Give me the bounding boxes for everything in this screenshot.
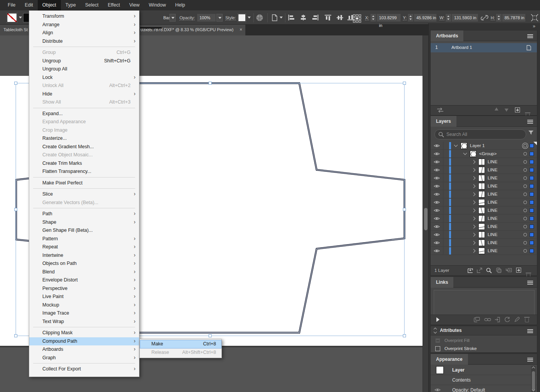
menu-item[interactable]: Shape ›: [29, 218, 139, 227]
line-thumbnail[interactable]: [478, 215, 485, 222]
layer-name[interactable]: Layer 1: [470, 143, 485, 148]
layer-color-swatch[interactable]: [436, 366, 444, 374]
expand-chevron-icon[interactable]: [472, 241, 476, 245]
visibility-eye-icon[interactable]: [434, 200, 440, 204]
target-indicator[interactable]: [523, 209, 527, 212]
attributes-title[interactable]: Attributes: [440, 328, 462, 333]
menu-item[interactable]: Crop Image: [29, 126, 139, 135]
menu-item[interactable]: Lock ›: [29, 74, 139, 82]
menu-item[interactable]: Live Paint ›: [29, 293, 139, 301]
new-artboard-icon[interactable]: [515, 107, 520, 112]
selection-square[interactable]: [530, 168, 534, 172]
update-link-icon[interactable]: [505, 317, 510, 322]
tab-links[interactable]: Links: [431, 277, 453, 288]
selection-square[interactable]: [530, 241, 534, 245]
artboard-page-icon[interactable]: [526, 45, 532, 51]
line-thumbnail[interactable]: [478, 207, 485, 214]
layer-row-line[interactable]: LINE: [431, 206, 537, 214]
line-name[interactable]: LINE: [488, 176, 498, 180]
relink-icon[interactable]: [484, 318, 491, 321]
reference-point-icon[interactable]: [353, 14, 361, 23]
target-indicator[interactable]: [523, 225, 527, 228]
visibility-eye-icon[interactable]: [434, 233, 440, 237]
stroke-style-chevron-icon[interactable]: [169, 14, 176, 22]
w-stepper[interactable]: [446, 14, 451, 22]
layer-row-line[interactable]: LINE: [431, 214, 537, 223]
artboard-row[interactable]: 1 Artboard 1: [431, 43, 537, 52]
selection-square[interactable]: [530, 160, 534, 164]
selection-square[interactable]: [530, 152, 534, 156]
menu-item[interactable]: Expand...: [29, 110, 139, 118]
align-top-icon[interactable]: [325, 15, 331, 20]
selection-square[interactable]: [530, 216, 534, 221]
visibility-eye-icon[interactable]: [434, 184, 440, 188]
line-thumbnail[interactable]: [478, 231, 485, 238]
line-name[interactable]: LINE: [488, 208, 498, 213]
target-indicator[interactable]: [523, 193, 527, 196]
appearance-scrollbar[interactable]: [531, 366, 536, 392]
constrain-proportions-broken-link-icon[interactable]: [481, 15, 488, 21]
group-name[interactable]: <Group>: [479, 151, 496, 156]
target-indicator[interactable]: [523, 152, 527, 156]
menu-item[interactable]: Blend ›: [29, 268, 139, 276]
expand-chevron-icon[interactable]: [472, 184, 476, 188]
go-to-link-icon[interactable]: [495, 317, 500, 322]
menu-item[interactable]: Perspective ›: [29, 285, 139, 293]
delete-link-icon[interactable]: [525, 318, 529, 322]
line-name[interactable]: LINE: [488, 216, 498, 221]
align-center-h-icon[interactable]: [300, 15, 307, 20]
stroke-swatch[interactable]: [23, 13, 29, 22]
appearance-row-contents[interactable]: Contents: [431, 375, 537, 385]
visibility-eye-icon[interactable]: [434, 241, 440, 245]
line-thumbnail[interactable]: [478, 191, 485, 198]
line-name[interactable]: LINE: [488, 192, 498, 196]
tab-close-icon[interactable]: ×: [240, 27, 242, 32]
line-name[interactable]: LINE: [488, 224, 498, 229]
menu-item[interactable]: Slice ›: [29, 190, 139, 199]
relink-from-library-icon[interactable]: [474, 317, 480, 322]
layer-row-line[interactable]: LINE: [431, 158, 537, 166]
links-panel-menu-icon[interactable]: [527, 281, 533, 281]
artboards-panel-menu-icon[interactable]: [527, 34, 533, 35]
x-stepper[interactable]: [371, 14, 376, 22]
menu-item[interactable]: [33, 326, 135, 327]
collect-for-export-icon[interactable]: [467, 268, 473, 273]
document-setup-chevron-icon[interactable]: [280, 17, 283, 18]
menu-item[interactable]: Create Trim Marks: [29, 159, 139, 168]
x-field[interactable]: 103.8299 in: [377, 14, 401, 22]
target-indicator[interactable]: [523, 168, 527, 172]
target-indicator[interactable]: [523, 144, 527, 147]
submenu-item[interactable]: Release Alt+Shift+Ctrl+8: [140, 348, 221, 357]
line-name[interactable]: LINE: [488, 240, 498, 245]
expand-chevron-icon[interactable]: [472, 217, 476, 221]
layer-row-line[interactable]: LINE: [431, 223, 537, 231]
style-swatch[interactable]: [238, 14, 246, 22]
menu-item[interactable]: Align ›: [29, 29, 139, 37]
expand-chevron-icon[interactable]: [472, 201, 476, 204]
new-sublayer-icon[interactable]: [506, 268, 512, 273]
menu-item[interactable]: Mockup ›: [29, 301, 139, 310]
layer-row-layer1[interactable]: Layer 1: [431, 142, 537, 150]
h-field[interactable]: 85.7878 in: [502, 14, 525, 22]
make-clipping-mask-icon[interactable]: [496, 268, 501, 273]
fill-chevron-icon[interactable]: [19, 17, 22, 18]
menu-item[interactable]: [33, 176, 135, 178]
selection-square[interactable]: [530, 208, 534, 213]
tab-layers[interactable]: Layers: [431, 116, 456, 127]
canvas-vertical-scrollbar[interactable]: [423, 35, 428, 392]
menu-item[interactable]: Show All Alt+Ctrl+3: [29, 98, 139, 107]
edit-original-icon[interactable]: [515, 317, 520, 322]
opacity-field[interactable]: 100%: [197, 14, 216, 22]
expand-chevron-icon[interactable]: [472, 233, 476, 237]
selection-square[interactable]: [530, 184, 534, 188]
layer-thumbnail[interactable]: [461, 142, 467, 149]
visibility-eye-icon[interactable]: [434, 224, 440, 229]
menu-item[interactable]: Hide ›: [29, 90, 139, 99]
y-field[interactable]: 45.9286 in: [414, 14, 436, 22]
align-right-icon[interactable]: [312, 15, 319, 20]
line-name[interactable]: LINE: [488, 168, 498, 172]
menu-item[interactable]: Ungroup Shift+Ctrl+G: [29, 57, 139, 65]
tab-artboards[interactable]: Artboards: [431, 30, 463, 41]
move-artboard-up-icon[interactable]: [495, 107, 498, 111]
menubar-item[interactable]: View: [124, 0, 144, 10]
